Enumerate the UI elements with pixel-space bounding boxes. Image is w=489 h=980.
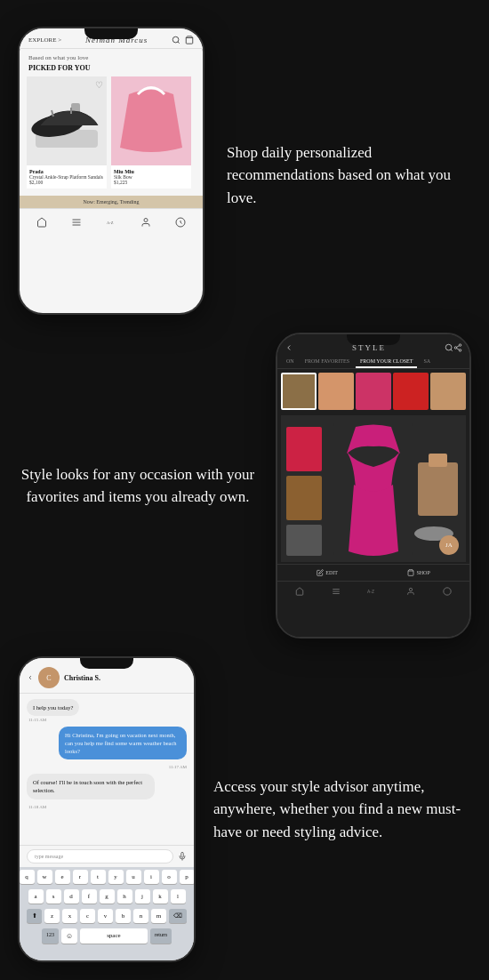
product-img-2 [111, 76, 191, 165]
shop-action[interactable]: SHOP [407, 569, 429, 576]
list-nav-icon[interactable] [70, 216, 83, 229]
key-n[interactable]: n [133, 909, 148, 923]
key-l[interactable]: l [171, 889, 186, 904]
az-nav-icon[interactable]: A-Z [105, 216, 117, 229]
key-z[interactable]: z [44, 909, 60, 923]
back-icon[interactable] [285, 343, 293, 352]
text-container-2: Style looks for any occasion with your f… [18, 463, 267, 509]
key-y[interactable]: y [108, 870, 124, 884]
edit-action[interactable]: EDIT [317, 569, 338, 576]
key-u[interactable]: u [126, 870, 141, 884]
key-m[interactable]: m [151, 909, 166, 923]
home-nav-icon[interactable] [36, 216, 48, 229]
product-card-2: Miu Miu Silk Bow $1,225 [111, 76, 191, 189]
msg-1: I help you today? [27, 699, 79, 716]
user-icon-2[interactable] [406, 587, 415, 596]
key-x[interactable]: x [62, 909, 77, 923]
section-3-text: Access your style advisor anytime, anywh… [213, 775, 471, 844]
phone-2-main-image: JA [281, 415, 466, 562]
svg-rect-22 [286, 476, 322, 520]
key-d[interactable]: d [64, 889, 79, 904]
key-backspace[interactable]: ⌫ [169, 909, 187, 923]
list-icon-2[interactable] [332, 587, 341, 596]
key-123[interactable]: 123 [42, 928, 59, 944]
thumb-3[interactable] [356, 373, 391, 410]
key-return[interactable]: return [150, 928, 172, 944]
home-icon-2[interactable] [295, 587, 304, 596]
key-s[interactable]: s [46, 889, 61, 904]
key-i[interactable]: i [144, 870, 159, 884]
key-o[interactable]: o [162, 870, 177, 884]
tab-on[interactable]: ON [282, 356, 299, 368]
picked-for-you-label: PICKED FOR YOU [20, 64, 203, 76]
key-r[interactable]: r [73, 870, 88, 884]
gold-circle: JA [439, 535, 459, 555]
style-image-svg [285, 418, 462, 560]
share-icon[interactable] [453, 343, 462, 352]
shoe-svg-1 [27, 76, 107, 165]
phone-2-notch [347, 334, 400, 345]
page-wrapper: EXPLORE > Neiman Marcus Based on what yo… [0, 0, 489, 980]
svg-line-15 [451, 349, 453, 351]
phone-2-container: STYLE ON FROM FAVORITES FROM YOUR CLOSET… [276, 333, 471, 639]
msg-3: Of course! I'll be in touch soon with th… [27, 774, 155, 799]
profile2-nav-icon[interactable] [174, 216, 187, 229]
phone-1-container: EXPLORE > Neiman Marcus Based on what yo… [18, 27, 204, 315]
key-c[interactable]: c [80, 909, 95, 923]
account-icon-2[interactable] [443, 587, 452, 596]
tab-from-favorites[interactable]: FROM FAVORITES [301, 356, 354, 368]
heart-icon-1[interactable]: ♡ [95, 80, 103, 90]
keyboard-row-2: a s d f g h j k l [20, 887, 194, 906]
mic-icon[interactable] [178, 852, 187, 861]
key-w[interactable]: w [37, 870, 52, 884]
key-j[interactable]: j [135, 889, 150, 904]
key-a[interactable]: a [28, 889, 44, 904]
key-e[interactable]: e [55, 870, 70, 884]
key-space[interactable]: space [80, 928, 148, 944]
phone-3-notch [80, 658, 133, 669]
key-b[interactable]: b [116, 909, 131, 923]
az-icon-2[interactable]: A-Z [367, 587, 380, 596]
section-1: EXPLORE > Neiman Marcus Based on what yo… [0, 0, 489, 324]
section-1-text: Shop daily personalized recommendations … [227, 141, 471, 210]
key-k[interactable]: k [153, 889, 168, 904]
key-h[interactable]: h [117, 889, 132, 904]
svg-point-17 [454, 347, 457, 349]
thumb-2[interactable] [318, 373, 354, 410]
advisor-avatar: C [38, 667, 60, 688]
tab-sa[interactable]: SA [419, 356, 435, 368]
key-t[interactable]: t [91, 870, 106, 884]
key-f[interactable]: f [82, 889, 97, 904]
svg-point-16 [459, 344, 461, 347]
back-icon-3[interactable] [27, 674, 34, 681]
product-info-2: Miu Miu Silk Bow $1,225 [111, 165, 191, 189]
key-v[interactable]: v [98, 909, 113, 923]
advisor-name: Christina S. [64, 674, 100, 682]
phone-1-notch [84, 28, 138, 39]
phone-2-thumbs [277, 369, 469, 414]
msg-2-time: 11:17 AM [27, 765, 187, 769]
trending-bar: Now: Emerging, Trending [20, 196, 203, 208]
key-g[interactable]: g [100, 889, 115, 904]
key-p[interactable]: p [180, 870, 195, 884]
key-q[interactable]: q [20, 870, 35, 884]
keyboard-row-3: ⬆ z x c v b n m ⌫ [20, 906, 194, 926]
thumb-4[interactable] [393, 373, 429, 410]
thumb-1[interactable] [281, 373, 317, 410]
explore-label: EXPLORE > [28, 36, 61, 44]
svg-text:A-Z: A-Z [107, 221, 114, 225]
phone-2-bottom-bar: EDIT SHOP [277, 564, 469, 581]
thumb-5[interactable] [430, 373, 466, 410]
msg-3-text: Of course! I'll be in touch soon with th… [33, 779, 142, 793]
phone-3-container: C Christina S. I help you today? 11:15 A… [18, 656, 196, 962]
key-emoji[interactable]: ☺ [61, 928, 77, 944]
svg-point-34 [444, 588, 451, 595]
chat-input[interactable]: type message [27, 849, 173, 864]
tab-from-closet[interactable]: FROM YOUR CLOSET [356, 356, 417, 368]
svg-line-20 [457, 346, 460, 348]
phone-3-mockup: C Christina S. I help you today? 11:15 A… [18, 656, 196, 962]
search-icon-2[interactable] [445, 343, 453, 352]
phone-1-screen: EXPLORE > Neiman Marcus Based on what yo… [20, 28, 203, 313]
user-nav-icon[interactable] [140, 216, 152, 229]
key-shift[interactable]: ⬆ [27, 909, 42, 923]
